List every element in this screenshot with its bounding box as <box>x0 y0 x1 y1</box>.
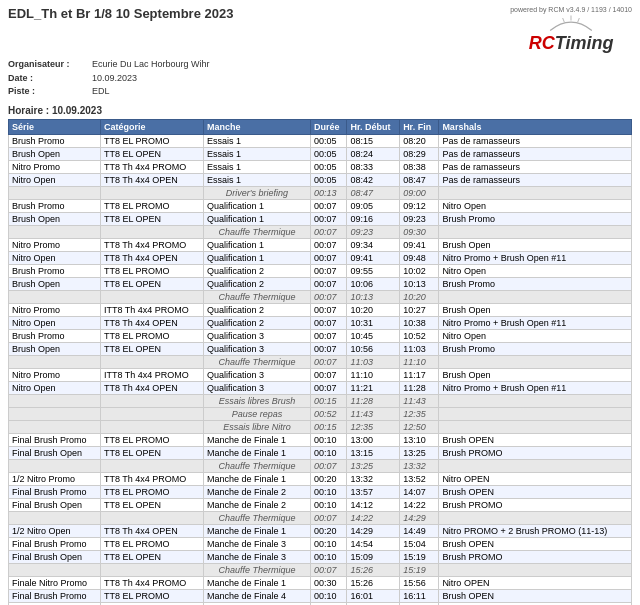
table-cell <box>439 225 632 238</box>
table-cell: 15:19 <box>400 550 439 563</box>
table-cell: Qualification 2 <box>203 316 310 329</box>
table-cell: Nitro PROMO + 2 Brush PROMO (11-13) <box>439 524 632 537</box>
table-cell: 13:57 <box>347 485 400 498</box>
table-cell: Brush Open <box>9 212 101 225</box>
table-cell: 00:07 <box>311 381 347 394</box>
table-cell: 09:23 <box>347 225 400 238</box>
table-cell: Brush Open <box>439 303 632 316</box>
table-cell: 13:25 <box>400 446 439 459</box>
table-cell: Essais 1 <box>203 134 310 147</box>
table-cell: 00:07 <box>311 342 347 355</box>
piste-label: Piste : <box>8 85 88 99</box>
table-cell: Nitro Promo <box>9 303 101 316</box>
piste-row: Piste : EDL <box>8 85 632 99</box>
table-cell: TT8 Th 4x4 PROMO <box>100 472 203 485</box>
table-cell: 00:07 <box>311 238 347 251</box>
table-cell <box>100 459 203 472</box>
table-cell: Nitro Promo + Brush Open #11 <box>439 251 632 264</box>
table-cell: 13:10 <box>400 433 439 446</box>
table-row: Chauffe Thermique00:0713:2513:32 <box>9 459 632 472</box>
table-cell: 08:24 <box>347 147 400 160</box>
table-cell: Brush PROMO <box>439 498 632 511</box>
table-cell: TT8 EL PROMO <box>100 264 203 277</box>
col-duree: Durée <box>311 119 347 134</box>
table-cell: 11:28 <box>400 381 439 394</box>
table-cell: 00:10 <box>311 446 347 459</box>
table-cell: 1/2 Nitro Open <box>9 524 101 537</box>
table-cell: 10:20 <box>400 290 439 303</box>
table-cell: Qualification 1 <box>203 212 310 225</box>
table-cell: 10:38 <box>400 316 439 329</box>
table-row: Nitro OpenTT8 Th 4x4 OPENQualification 1… <box>9 251 632 264</box>
table-cell: 11:43 <box>400 394 439 407</box>
table-cell: 00:05 <box>311 147 347 160</box>
table-cell: TT8 Th 4x4 PROMO <box>100 160 203 173</box>
date-value: 10.09.2023 <box>92 72 137 86</box>
table-cell: Brush PROMO <box>439 550 632 563</box>
table-cell: Pas de ramasseurs <box>439 147 632 160</box>
table-cell: Brush Open <box>439 368 632 381</box>
table-cell: ITT8 Th 4x4 PROMO <box>100 303 203 316</box>
table-cell: Final Brush Promo <box>9 537 101 550</box>
table-cell: 11:17 <box>400 368 439 381</box>
table-cell: 09:55 <box>347 264 400 277</box>
table-cell: 00:10 <box>311 537 347 550</box>
table-cell: 00:07 <box>311 277 347 290</box>
table-cell: Qualification 2 <box>203 277 310 290</box>
table-cell: Nitro Open <box>439 329 632 342</box>
table-row: Brush OpenTT8 EL OPENQualification 200:0… <box>9 277 632 290</box>
table-cell <box>9 225 101 238</box>
table-cell <box>100 355 203 368</box>
table-cell: Driver's briefing <box>203 186 310 199</box>
table-cell: 11:10 <box>347 368 400 381</box>
table-cell: 10:27 <box>400 303 439 316</box>
table-cell: 10:20 <box>347 303 400 316</box>
table-cell: 11:21 <box>347 381 400 394</box>
table-row: Final Brush PromoTT8 EL PROMOManche de F… <box>9 433 632 446</box>
table-cell: TT8 EL PROMO <box>100 589 203 602</box>
table-cell: Chauffe Thermique <box>203 225 310 238</box>
organisateur-value: Ecurie Du Lac Horbourg Wihr <box>92 58 210 72</box>
table-cell: 14:54 <box>347 537 400 550</box>
table-cell: 00:07 <box>311 264 347 277</box>
table-row: Pause repas00:5211:4312:35 <box>9 407 632 420</box>
table-cell: 16:11 <box>400 589 439 602</box>
table-cell: Pas de ramasseurs <box>439 173 632 186</box>
col-debut: Hr. Début <box>347 119 400 134</box>
table-cell <box>100 407 203 420</box>
table-cell: 15:56 <box>400 576 439 589</box>
table-cell: Manche de Finale 2 <box>203 485 310 498</box>
table-cell <box>9 290 101 303</box>
table-cell: 08:15 <box>347 134 400 147</box>
table-cell: TT8 EL PROMO <box>100 134 203 147</box>
organisateur-row: Organisateur : Ecurie Du Lac Horbourg Wi… <box>8 58 632 72</box>
piste-value: EDL <box>92 85 110 99</box>
table-cell: Brush Promo <box>439 342 632 355</box>
table-cell: Brush Open <box>439 238 632 251</box>
table-cell: Brush Promo <box>439 212 632 225</box>
table-row: Nitro OpenTT8 Th 4x4 OPENEssais 100:0508… <box>9 173 632 186</box>
powered-by-text: powered by RCM v3.4.9 / 1193 / 14010 <box>510 6 632 13</box>
table-cell: 08:47 <box>400 173 439 186</box>
table-row: Final Brush PromoTT8 EL PROMOManche de F… <box>9 485 632 498</box>
table-cell: Qualification 3 <box>203 342 310 355</box>
table-cell: Manche de Finale 1 <box>203 524 310 537</box>
table-cell: 00:07 <box>311 316 347 329</box>
table-cell: 10:13 <box>347 290 400 303</box>
table-cell: 10:52 <box>400 329 439 342</box>
table-cell: Pas de ramasseurs <box>439 134 632 147</box>
table-cell: Final Brush Open <box>9 446 101 459</box>
table-cell: Pause repas <box>203 407 310 420</box>
table-cell: Manche de Finale 3 <box>203 537 310 550</box>
table-row: Brush OpenTT8 EL OPENQualification 300:0… <box>9 342 632 355</box>
table-row: Chauffe Thermique00:0714:2214:29 <box>9 511 632 524</box>
table-cell: 00:07 <box>311 459 347 472</box>
rc-text: RC <box>529 33 555 54</box>
table-cell: Essais 1 <box>203 173 310 186</box>
table-cell: 00:15 <box>311 394 347 407</box>
table-cell: 09:41 <box>400 238 439 251</box>
table-cell: 14:29 <box>400 511 439 524</box>
table-cell: Chauffe Thermique <box>203 290 310 303</box>
table-cell: Chauffe Thermique <box>203 511 310 524</box>
svg-line-2 <box>578 18 580 22</box>
